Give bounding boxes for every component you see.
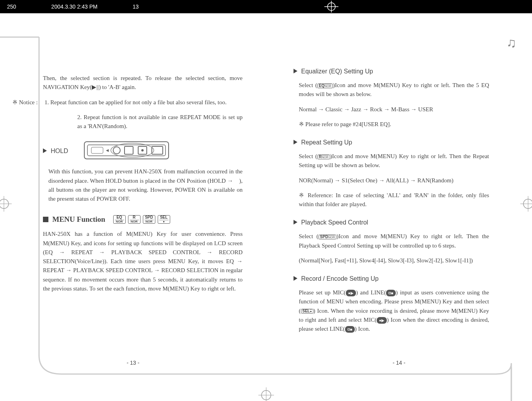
document-spread: Then, the selected section is repeated. … bbox=[0, 13, 532, 401]
page-14: Equalizer (EQ) Setting Up Select (EQNOR)… bbox=[266, 13, 532, 401]
select-icon: SEL● bbox=[158, 215, 170, 224]
doc-id: 250 bbox=[0, 4, 16, 10]
mic-icon: ●▶ bbox=[346, 290, 356, 297]
repeat-icon: RNOR bbox=[317, 155, 330, 159]
svg-text:◄: ◄ bbox=[105, 148, 110, 153]
page-number-14: - 14 - bbox=[393, 360, 406, 366]
page-number-13: - 13 - bbox=[126, 360, 139, 366]
registration-mark-right bbox=[520, 195, 532, 212]
hold-heading: HOLD ◄ bbox=[43, 141, 243, 161]
speed-list: (Normal[Nor], Fast[+I1], Slow4[-I4], Slo… bbox=[294, 256, 489, 265]
hold-switch-diagram: ◄ bbox=[84, 141, 169, 161]
speed-heading: Playback Speed Control bbox=[294, 219, 489, 226]
notice-line-1: ※ Notice :1. Repeat function can be appl… bbox=[43, 98, 243, 107]
print-page: 13 bbox=[98, 4, 139, 10]
record-heading: Record / Encode Setting Up bbox=[294, 275, 489, 282]
record-body: Please set up MIC(●▶) and LINE(⧉◼) input… bbox=[294, 288, 489, 333]
eq-note: ※ Please refer to page #24[USER EQ]. bbox=[294, 120, 489, 129]
eq-icon: EQNOR bbox=[317, 84, 333, 88]
repeat-heading: Repeat Setting Up bbox=[294, 139, 489, 146]
speed-icon: SPDNOR bbox=[318, 235, 336, 239]
eq-sequence: Normal → Classic → Jazz → Rock → M-Bass … bbox=[294, 105, 489, 114]
menu-icon-strip: EQNOR RNOR SPDNOR SEL● bbox=[113, 215, 170, 224]
registration-mark-top bbox=[320, 1, 351, 12]
triangle-bullet-icon bbox=[294, 139, 297, 146]
eq-heading: Equalizer (EQ) Setting Up bbox=[294, 68, 489, 75]
print-header: 250 2004.3.30 2:43 PM 13 bbox=[0, 0, 532, 13]
menu-body: HAN-250X has a function of M(MENU) Key f… bbox=[43, 230, 243, 293]
speed-icon: SPDNOR bbox=[143, 215, 155, 224]
menu-function-heading: MENU Function EQNOR RNOR SPDNOR SEL● bbox=[43, 215, 243, 224]
triangle-bullet-icon bbox=[294, 275, 297, 282]
line-icon: ⧉◼ bbox=[345, 326, 355, 333]
repeat-reference: ※ Reference: In case of selecting 'ALL' … bbox=[294, 191, 489, 209]
repeat-sequence: NOR(Normal) → S1(Select One) → All(ALL) … bbox=[294, 176, 489, 185]
hold-body: With this function, you can prevent HAN-… bbox=[43, 167, 243, 203]
triangle-bullet-icon bbox=[294, 219, 297, 226]
mic-icon: ●▶ bbox=[377, 317, 387, 324]
svg-rect-5 bbox=[91, 147, 103, 153]
eq-body: Select (EQNOR)Icon and move M(MENU) Key … bbox=[294, 81, 489, 99]
ab-repeat-paragraph: Then, the selected section is repeated. … bbox=[43, 74, 243, 92]
svg-rect-8 bbox=[125, 146, 133, 154]
speed-body: Select (SPDNOR)Icon and move M(MENU) Key… bbox=[294, 232, 489, 250]
svg-point-10 bbox=[141, 149, 144, 151]
svg-point-7 bbox=[113, 147, 120, 154]
print-timestamp: 2004.3.30 2:43 PM bbox=[16, 4, 97, 10]
line-icon: ⧉◼ bbox=[386, 290, 396, 297]
triangle-bullet-icon bbox=[43, 148, 47, 155]
eq-icon: EQNOR bbox=[113, 215, 126, 224]
svg-rect-3 bbox=[84, 142, 169, 159]
repeat-body: Select (RNOR)Icon and move M(MENU) Key t… bbox=[294, 152, 489, 170]
svg-point-12 bbox=[111, 143, 154, 157]
registration-mark-left bbox=[0, 195, 12, 212]
square-bullet-icon bbox=[43, 217, 48, 222]
svg-rect-11 bbox=[152, 146, 163, 154]
repeat-icon: RNOR bbox=[128, 215, 141, 224]
select-icon: SEL● bbox=[301, 309, 313, 314]
triangle-bullet-icon bbox=[294, 68, 297, 75]
page-13: Then, the selected section is repeated. … bbox=[0, 13, 266, 401]
registration-mark-bottom bbox=[258, 387, 275, 401]
notice-line-2: 2. Repeat function is not available in c… bbox=[43, 113, 243, 131]
